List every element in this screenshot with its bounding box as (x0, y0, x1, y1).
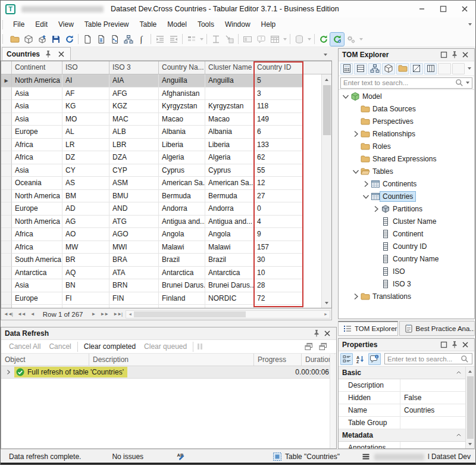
row-selector[interactable] (1, 267, 12, 280)
grid-cell[interactable]: DZA (109, 151, 159, 164)
model-package-button[interactable] (21, 33, 35, 46)
grid-cell[interactable]: Brunei Darus... (159, 279, 205, 292)
grid-cell[interactable]: Africa (12, 241, 62, 254)
refresh-column-description[interactable]: Description (89, 354, 254, 366)
refresh-entry-row[interactable]: Full refresh of table 'Countries'0.00:00… (1, 366, 336, 379)
refresh-options-button[interactable] (330, 33, 344, 46)
tree-node-roles[interactable]: Roles (339, 140, 474, 152)
grid-cell[interactable]: Asia (12, 113, 62, 126)
close-panel-icon[interactable] (460, 340, 471, 349)
menu-file[interactable]: File (8, 18, 30, 31)
menu-tools[interactable]: Tools (192, 18, 220, 31)
tree-node-cluster-name[interactable]: Cluster Name (339, 215, 474, 227)
column-header-iso[interactable]: ISO (62, 61, 109, 74)
column-header-country-id[interactable]: Country ID (254, 61, 303, 74)
grid-cell[interactable]: Kyrgyzstan (205, 100, 254, 113)
grid-cell[interactable]: South America (12, 254, 62, 267)
dock-tab-best-practice-ana[interactable]: Best Practice Ana... (399, 321, 475, 336)
grid-cell[interactable]: AF (62, 88, 109, 101)
grid-cell[interactable]: Macao (159, 113, 205, 126)
expander-icon[interactable] (351, 292, 360, 301)
grid-cell[interactable]: Antarctica (12, 267, 62, 280)
pivot-grid-button[interactable] (108, 33, 121, 46)
show-partitions-button[interactable] (382, 63, 394, 74)
maximize-panel-icon[interactable] (439, 50, 449, 60)
minimize-button[interactable] (411, 1, 433, 17)
grid-cell[interactable]: AL (62, 126, 109, 139)
grid-cell[interactable]: Asia (12, 279, 62, 292)
tab-list-caret[interactable] (324, 54, 327, 56)
grid-cell[interactable]: MAC (109, 113, 159, 126)
scroll-down-button[interactable] (322, 298, 332, 308)
grid-cell[interactable]: Cyprus (159, 164, 205, 177)
grid-cell[interactable]: Brunei Darus... (205, 279, 254, 292)
grid-cell[interactable]: 133 (254, 139, 303, 152)
grid-cell[interactable]: Asia (12, 100, 62, 113)
grid-cell[interactable]: DZ (62, 151, 109, 164)
grid-cell[interactable]: North America (12, 74, 62, 88)
grid-cell[interactable]: North America (12, 190, 62, 203)
menu-table[interactable]: Table (134, 18, 162, 31)
search-options-caret[interactable] (466, 82, 469, 84)
grid-cell[interactable]: AI (62, 74, 109, 88)
row-selector[interactable] (1, 279, 12, 292)
tree-node-shared-expressions[interactable]: Shared Expressions (339, 152, 474, 165)
grid-cell[interactable]: Albania (159, 126, 205, 139)
row-selector[interactable] (1, 113, 12, 126)
grid-cell[interactable]: Brazil (159, 254, 205, 267)
table-row[interactable]: AntarcticaAQATAAntarcticaAntarctica10 (1, 267, 303, 280)
grid-cell[interactable]: BRA (109, 254, 159, 267)
column-header-cluster-name[interactable]: Cluster Name (205, 61, 254, 74)
grid-cell[interactable]: Antigua and... (159, 216, 205, 229)
grid-cell[interactable]: KG (62, 100, 109, 113)
grid-cell[interactable]: CY (62, 164, 109, 177)
table-row[interactable]: South AmericaBRBRABrazilBrazil30 (1, 254, 303, 267)
grid-cell[interactable]: Africa (12, 228, 62, 241)
grid-cell[interactable]: Europe (12, 126, 62, 139)
menu-help[interactable]: Help (256, 18, 281, 31)
properties-scrollbar[interactable] (465, 367, 474, 448)
grid-cell[interactable]: Afghanistan (159, 88, 205, 101)
show-columns-button[interactable] (354, 63, 367, 74)
refresh-column-object[interactable]: Object (1, 354, 89, 366)
maximize-button[interactable] (433, 1, 454, 17)
menu-view[interactable]: View (53, 18, 79, 31)
clear-completed-button[interactable]: Clear completed (80, 342, 140, 351)
tab-countries[interactable]: Countries (2, 47, 71, 60)
grid-cell[interactable]: FIN (109, 292, 159, 305)
tree-node-countries[interactable]: Countries (339, 190, 474, 202)
dock-tab-tom-explorer[interactable]: TOM Explorer (338, 321, 398, 336)
table-row[interactable]: AfricaDZDZAAlgeriaAlgeria62 (1, 151, 303, 164)
close-panel-icon[interactable] (460, 50, 471, 60)
column-header-iso-3[interactable]: ISO 3 (109, 61, 159, 74)
close-button[interactable] (454, 1, 475, 17)
grid-cell[interactable]: Africa (12, 151, 62, 164)
tom-toolbar-caret[interactable] (466, 62, 472, 75)
row-selector[interactable] (1, 202, 12, 216)
row-selector[interactable] (1, 241, 12, 254)
property-value[interactable]: Countries (400, 404, 465, 416)
next-record-button[interactable]: ► (89, 311, 98, 317)
float-window-icon[interactable] (318, 342, 328, 351)
grid-cell[interactable]: 3 (254, 88, 303, 101)
tree-node-relationships[interactable]: Relationships (339, 127, 474, 140)
property-row-description[interactable]: Description (339, 379, 465, 392)
prev-record-button[interactable]: ◄ (28, 311, 37, 317)
grid-cell[interactable]: ASM (109, 177, 159, 190)
table-row[interactable]: AsiaKGKGZKyrgyzstanKyrgyzstan118 (1, 100, 303, 113)
grid-cell[interactable]: 27 (254, 190, 303, 203)
refresh-scrollbar[interactable] (330, 354, 336, 448)
property-value[interactable] (400, 442, 465, 449)
grid-cell[interactable]: American Sa... (159, 177, 205, 190)
grid-vertical-scrollbar[interactable] (321, 74, 331, 308)
refresh-preview-button[interactable] (62, 33, 76, 46)
collapse-icon[interactable] (456, 370, 462, 376)
scroll-down-button[interactable] (466, 439, 475, 448)
close-panel-icon[interactable] (322, 329, 333, 338)
property-row-name[interactable]: NameCountries (339, 404, 465, 417)
property-row-annotations[interactable]: Annotations (339, 442, 465, 449)
grid-cell[interactable]: MW (62, 241, 109, 254)
grid-cell[interactable]: ATA (109, 267, 159, 280)
grid-cell[interactable]: AND (109, 202, 159, 216)
grid-cell[interactable]: North America (12, 216, 62, 229)
